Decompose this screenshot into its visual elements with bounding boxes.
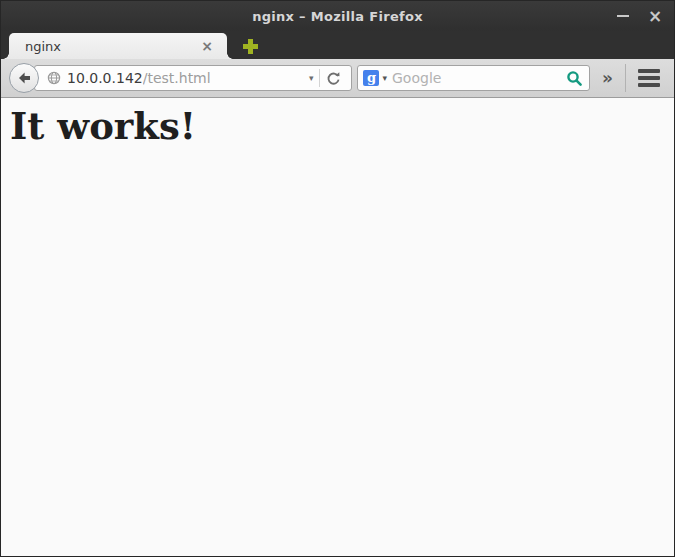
tab-close-button[interactable]: × (197, 39, 217, 53)
toolbar-divider (625, 64, 626, 92)
window-close-button[interactable]: × (646, 7, 664, 25)
globe-icon (47, 71, 61, 85)
tab-label: nginx (25, 39, 197, 54)
tab-strip: nginx × (1, 31, 674, 59)
new-tab-button[interactable] (235, 33, 265, 59)
titlebar: nginx – Mozilla Firefox × (1, 1, 674, 31)
window-title: nginx – Mozilla Firefox (252, 9, 423, 24)
reload-button[interactable] (320, 71, 347, 86)
back-arrow-icon (16, 70, 32, 86)
url-dropdown-button[interactable]: ▾ (303, 73, 320, 83)
browser-window: nginx – Mozilla Firefox × nginx × (0, 0, 675, 557)
reload-icon (326, 71, 341, 86)
window-controls: × (614, 1, 664, 31)
search-go-button[interactable] (566, 70, 583, 87)
search-box[interactable]: g ▾ (357, 65, 590, 91)
minimize-icon (617, 15, 629, 17)
overflow-button[interactable]: » (590, 68, 623, 88)
search-input[interactable] (392, 70, 566, 86)
close-icon: × (648, 8, 662, 25)
url-path: /test.html (143, 70, 303, 86)
hamburger-menu-icon (638, 69, 660, 73)
tab-nginx[interactable]: nginx × (9, 33, 227, 59)
search-engine-dropdown[interactable]: ▾ (379, 73, 392, 83)
navigation-toolbar: 10.0.0.142 /test.html ▾ g ▾ » (1, 59, 674, 98)
google-favicon-icon: g (363, 70, 379, 86)
page-heading: It works! (1, 98, 674, 148)
url-host: 10.0.0.142 (67, 70, 143, 86)
page-content: It works! (1, 98, 674, 556)
back-button[interactable] (9, 63, 39, 93)
menu-button[interactable] (634, 63, 664, 93)
plus-icon (243, 39, 258, 54)
search-icon (566, 70, 583, 87)
minimize-button[interactable] (614, 7, 632, 25)
url-bar[interactable]: 10.0.0.142 /test.html ▾ (34, 65, 352, 91)
